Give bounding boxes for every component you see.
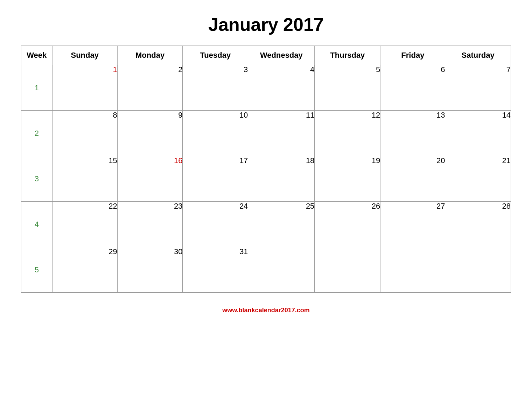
day-cell: 28 (445, 202, 511, 247)
day-cell: 5 (315, 65, 380, 111)
week-num-3: 3 (21, 156, 52, 202)
day-cell: 22 (52, 202, 117, 247)
week-row-2: 2891011121314 (21, 111, 511, 156)
header-thursday: Thursday (315, 46, 380, 65)
day-cell: 1 (52, 65, 117, 111)
day-cell: 21 (445, 156, 511, 202)
day-cell: 31 (183, 247, 248, 293)
week-num-4: 4 (21, 202, 52, 247)
calendar-table: Week Sunday Monday Tuesday Wednesday Thu… (21, 46, 511, 293)
header-saturday: Saturday (445, 46, 511, 65)
day-cell: 6 (380, 65, 445, 111)
footer-link[interactable]: www.blankcalendar2017.com (222, 307, 309, 314)
day-cell: 7 (445, 65, 511, 111)
day-cell: 17 (183, 156, 248, 202)
week-row-4: 422232425262728 (21, 202, 511, 247)
week-row-5: 5293031 (21, 247, 511, 293)
day-cell: 10 (183, 111, 248, 156)
week-num-5: 5 (21, 247, 52, 293)
header-tuesday: Tuesday (183, 46, 248, 65)
day-cell: 29 (52, 247, 117, 293)
week-row-3: 315161718192021 (21, 156, 511, 202)
header-friday: Friday (380, 46, 445, 65)
day-cell: 12 (315, 111, 380, 156)
day-cell: 19 (315, 156, 380, 202)
day-cell: 13 (380, 111, 445, 156)
calendar-title: January 2017 (208, 14, 324, 35)
day-cell: 23 (117, 202, 183, 247)
day-cell: 15 (52, 156, 117, 202)
day-cell: 30 (117, 247, 183, 293)
day-cell: 11 (248, 111, 315, 156)
week-row-1: 11234567 (21, 65, 511, 111)
week-num-1: 1 (21, 65, 52, 111)
day-cell (315, 247, 380, 293)
day-cell (248, 247, 315, 293)
day-cell: 4 (248, 65, 315, 111)
day-cell: 8 (52, 111, 117, 156)
header-week: Week (21, 46, 52, 65)
header-row: Week Sunday Monday Tuesday Wednesday Thu… (21, 46, 511, 65)
day-cell: 3 (183, 65, 248, 111)
header-monday: Monday (117, 46, 183, 65)
day-cell (380, 247, 445, 293)
day-cell: 24 (183, 202, 248, 247)
day-cell: 25 (248, 202, 315, 247)
day-cell: 9 (117, 111, 183, 156)
day-cell (445, 247, 511, 293)
day-cell: 16 (117, 156, 183, 202)
day-cell: 20 (380, 156, 445, 202)
week-num-2: 2 (21, 111, 52, 156)
header-wednesday: Wednesday (248, 46, 315, 65)
day-cell: 14 (445, 111, 511, 156)
day-cell: 18 (248, 156, 315, 202)
day-cell: 2 (117, 65, 183, 111)
day-cell: 27 (380, 202, 445, 247)
day-cell: 26 (315, 202, 380, 247)
header-sunday: Sunday (52, 46, 117, 65)
